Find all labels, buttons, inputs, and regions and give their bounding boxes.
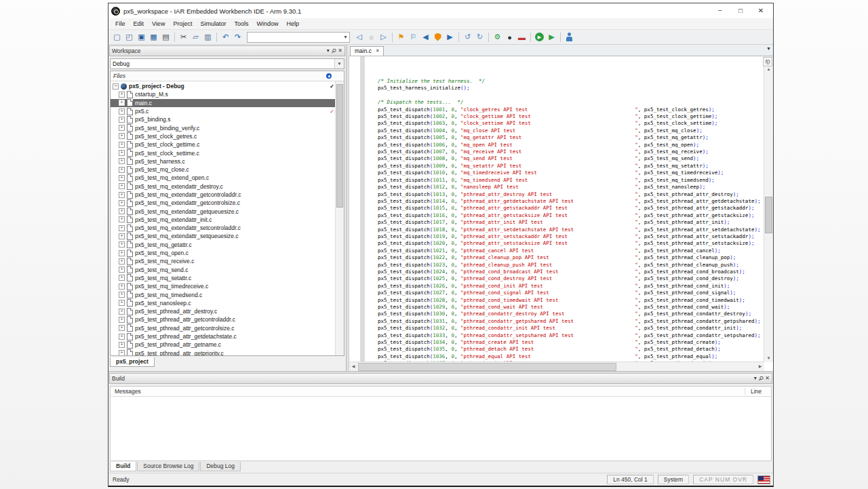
tab-source-browse-log[interactable]: Source Browse Log — [137, 462, 199, 471]
expander-icon[interactable]: + — [119, 283, 125, 290]
tree-item[interactable]: +px5_test_mq_timedreceive.c — [111, 282, 344, 290]
download-and-debug-button[interactable]: ▶ — [534, 31, 545, 43]
toggle-bookmark-button[interactable]: ⚑ — [395, 31, 407, 43]
copy-button[interactable]: ▱ — [190, 31, 201, 43]
expander-icon[interactable]: + — [119, 350, 125, 355]
tree-item[interactable]: +px5_test_clock_getres.c — [111, 132, 344, 140]
make-button[interactable]: ⚙ — [492, 31, 503, 43]
menu-help[interactable]: Help — [282, 20, 303, 28]
tab-main-c[interactable]: main.c ✕ — [350, 46, 384, 56]
tree-item[interactable]: +cstartup_M.s — [111, 90, 344, 98]
chevron-down-icon[interactable]: ▼ — [343, 35, 349, 39]
minimize-button[interactable]: − — [711, 5, 730, 17]
expander-icon[interactable]: + — [119, 342, 125, 348]
find-previous-button[interactable]: ◁ — [353, 31, 365, 43]
expander-icon[interactable]: + — [119, 258, 125, 265]
expander-icon[interactable]: + — [119, 250, 125, 256]
menu-project[interactable]: Project — [169, 20, 196, 28]
menu-file[interactable]: File — [111, 20, 130, 28]
expander-icon[interactable]: + — [119, 292, 125, 298]
build-menu-icon[interactable]: ▾ — [754, 376, 757, 381]
menu-tools[interactable]: Tools — [230, 20, 252, 28]
undo-button[interactable]: ↶ — [220, 31, 231, 43]
paste-button[interactable]: ▥ — [202, 31, 214, 43]
tree-item[interactable]: +px5_test_mq_send.c — [111, 266, 344, 274]
workspace-close-icon[interactable]: ✕ — [338, 48, 342, 54]
tree-item[interactable]: +px5_test_pthread_attr_getpriority.c — [111, 349, 344, 356]
next-bookmark-button[interactable]: ⚐ — [408, 31, 419, 43]
stop-build-button[interactable]: ● — [504, 31, 515, 43]
scroll-left-icon[interactable]: ◀ — [349, 362, 357, 371]
tree-item[interactable]: +px5_test_mq_extendattr_setqueuesize.c — [111, 232, 344, 240]
build-close-icon[interactable]: ✕ — [765, 376, 770, 381]
reload-button[interactable]: ↺ — [462, 31, 473, 43]
editor-hscroll-thumb[interactable] — [358, 363, 616, 371]
configuration-dropdown[interactable]: Debug ▼ — [110, 58, 344, 69]
expander-icon[interactable]: + — [119, 275, 125, 281]
toggle-breakpoint-button[interactable] — [432, 31, 443, 43]
expander-icon[interactable]: + — [119, 208, 125, 214]
expander-icon[interactable]: + — [119, 300, 125, 306]
editor-horizontal-scrollbar[interactable]: ◀ ▶ — [349, 361, 764, 371]
expander-icon[interactable]: + — [119, 100, 125, 106]
maximize-button[interactable]: □ — [731, 5, 750, 17]
open-file-button[interactable]: ◰ — [123, 31, 135, 43]
tab-debug-log[interactable]: Debug Log — [200, 462, 241, 471]
tree-item[interactable]: +px5_test_pthread_attr_getname.c — [111, 340, 344, 349]
tree-item[interactable]: +px5_test_clock_settime.c — [111, 149, 344, 157]
debugger-session-button[interactable] — [564, 31, 575, 43]
tab-close-icon[interactable]: ✕ — [376, 48, 380, 54]
tree-item[interactable]: +px5_test_mq_extendattr_getqueuesize.c — [111, 207, 344, 215]
save-button[interactable]: ▣ — [136, 31, 147, 43]
redo-button[interactable]: ↷ — [232, 31, 243, 43]
search-input[interactable]: ▼ — [247, 32, 350, 43]
tree-item-project-root[interactable]: −px5_project - Debug✓ — [111, 82, 344, 90]
build-pin-icon[interactable]: ⚲ — [757, 375, 764, 382]
keyboard-layout-flag-icon[interactable] — [757, 475, 770, 484]
scroll-right-icon[interactable]: ▶ — [756, 362, 764, 371]
tree-item[interactable]: +px5.c✓ — [111, 107, 344, 115]
expander-icon[interactable]: + — [119, 92, 125, 98]
tree-item[interactable]: +px5_test_mq_getattr.c — [111, 241, 344, 249]
tree-item[interactable]: +px5_test_harness.c — [111, 157, 344, 165]
menu-simulator[interactable]: Simulator — [196, 20, 230, 28]
workspace-menu-icon[interactable]: ▾ — [327, 48, 330, 54]
tab-list-icon[interactable]: ▼ — [766, 46, 771, 51]
expander-icon[interactable]: + — [119, 267, 125, 273]
menu-edit[interactable]: Edit — [130, 20, 149, 28]
menu-window[interactable]: Window — [252, 20, 282, 28]
tab-build[interactable]: Build — [110, 462, 136, 471]
print-button[interactable]: ▤ — [160, 31, 172, 43]
scroll-down-icon[interactable]: ▼ — [764, 355, 773, 362]
new-file-button[interactable]: ▢ — [111, 31, 123, 43]
tree-item[interactable]: +px5_test_nanosleep.c — [111, 299, 344, 307]
tree-item[interactable]: +px5_test_mq_extendattr_setcontroladdr.c — [111, 224, 344, 232]
expander-icon[interactable]: + — [119, 158, 125, 164]
expander-icon[interactable]: + — [119, 109, 125, 115]
tree-item[interactable]: +px5_test_pthread_attr_getdetachstate.c — [111, 332, 344, 340]
editor-vertical-scrollbar[interactable]: ▲ ▼ — [764, 56, 773, 362]
tree-item[interactable]: +px5_test_mq_extendattr_getcontroladdr.c — [111, 191, 344, 199]
expander-icon[interactable]: + — [119, 241, 125, 248]
tree-item[interactable]: +px5_test_pthread_attr_getcontrolsize.c — [111, 324, 344, 332]
expander-icon[interactable]: + — [119, 117, 125, 123]
menu-view[interactable]: View — [148, 20, 169, 28]
tree-item[interactable]: +px5_test_mq_close.c — [111, 165, 344, 174]
refresh-button[interactable]: ↻ — [474, 31, 486, 43]
tab-px5-project[interactable]: px5_project — [110, 357, 155, 367]
expander-icon[interactable]: + — [119, 125, 125, 131]
expander-icon[interactable]: + — [119, 309, 125, 315]
expander-icon[interactable]: + — [119, 167, 125, 173]
expander-icon[interactable]: + — [119, 133, 125, 139]
tree-item[interactable]: +px5_test_pthread_attr_destroy.c — [111, 307, 344, 315]
tree-item[interactable]: +px5_test_mq_timedsend.c — [111, 290, 344, 298]
expander-icon[interactable]: + — [119, 192, 125, 198]
remove-button[interactable]: ▬ — [516, 31, 528, 43]
chevron-down-icon[interactable]: ▼ — [334, 59, 344, 69]
expander-icon[interactable]: + — [119, 216, 125, 222]
tree-item[interactable]: +main.c — [111, 99, 344, 107]
editor-vscroll-thumb[interactable] — [765, 197, 772, 233]
code-area[interactable]: /* Initialize the test harness. */px5_te… — [349, 56, 773, 371]
tree-item[interactable]: +px5_test_mq_setattr.c — [111, 274, 344, 282]
expander-icon[interactable]: + — [119, 150, 125, 156]
